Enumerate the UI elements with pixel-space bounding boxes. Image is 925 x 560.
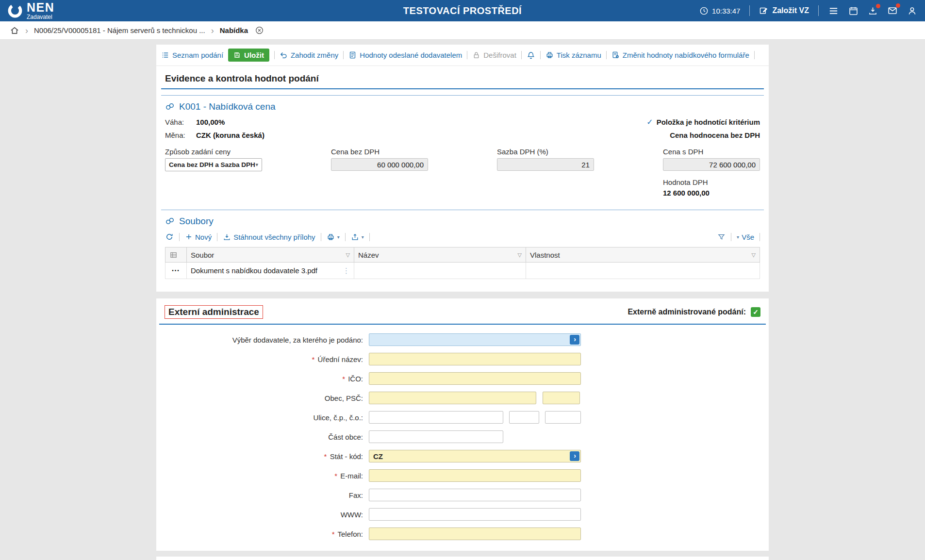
form-row-district: Část obce:: [156, 430, 769, 443]
divider: [731, 233, 731, 241]
country-input[interactable]: [369, 450, 581, 462]
notifications-button[interactable]: [527, 51, 535, 60]
download-all-button[interactable]: Stáhnout všechny přílohy: [223, 233, 315, 241]
filter-button[interactable]: [717, 233, 726, 241]
home-button[interactable]: [10, 26, 19, 35]
menu-button[interactable]: [828, 5, 839, 16]
price-mode-select[interactable]: Cena bez DPH a Sazba DPH ▾: [165, 158, 262, 171]
column-header-vlastnost[interactable]: Vlastnost ▽: [526, 247, 760, 263]
ext-admin-checkbox[interactable]: ✓: [751, 307, 760, 317]
close-tab-button[interactable]: [255, 26, 264, 35]
view-all-button[interactable]: ▾ Vše: [737, 233, 754, 241]
list-icon: [161, 51, 169, 59]
email-input[interactable]: [369, 469, 581, 482]
panel-ext-admin: Externí administrace Externě administrov…: [156, 298, 769, 551]
street-label: Ulice, č.p., č.o.:: [156, 413, 369, 422]
export-button[interactable]: ▾: [351, 233, 364, 241]
row-menu-button[interactable]: •••: [165, 263, 187, 279]
vat-rate-input[interactable]: [497, 158, 594, 171]
change-form-values-button[interactable]: Změnit hodnoty nabídkového formuláře: [611, 51, 749, 59]
person-icon: [907, 6, 917, 16]
phone-input[interactable]: [369, 527, 581, 540]
cell-menu-icon[interactable]: ⋮: [343, 266, 350, 275]
new-file-button[interactable]: Nový: [185, 233, 212, 241]
country-label-text: Stát - kód:: [330, 452, 363, 461]
street-input[interactable]: [369, 411, 503, 424]
undo-icon: [280, 51, 288, 59]
zip-input[interactable]: [543, 392, 580, 404]
divider: [179, 233, 180, 241]
calendar-button[interactable]: [848, 6, 859, 16]
clock-time: 10:33:47: [712, 7, 740, 15]
form-row-street: Ulice, č.p., č.o.:: [156, 411, 769, 424]
price-gross-label: Cena s DPH: [663, 148, 760, 156]
column-header-nazev[interactable]: Název ▽: [354, 247, 526, 263]
command-toolbar: Seznam podání Uložit Zahod: [156, 45, 769, 66]
document-icon: [348, 51, 357, 59]
files-toolbar: Nový Stáhnout všechny přílohy: [161, 230, 764, 244]
www-label: WWW:: [156, 511, 369, 519]
form-row-official-name: * Úřední název:: [156, 353, 769, 365]
messages-button[interactable]: [887, 5, 898, 16]
discard-changes-button[interactable]: Zahodit změny: [280, 51, 338, 59]
check-icon: ✓: [646, 117, 653, 127]
section-k001: K001 - Nabídková cena Váha: 100,00% ✓ Po…: [161, 95, 764, 197]
files-header-row: Soubor ▽ Název ▽: [165, 247, 760, 263]
create-vz-label: Založit VZ: [772, 6, 809, 15]
column-filter-icon[interactable]: ▽: [346, 252, 350, 258]
fax-input[interactable]: [369, 489, 581, 501]
nen-home-link[interactable]: NEN Zadavatel: [8, 1, 54, 20]
supplier-picker-input[interactable]: [369, 333, 581, 346]
criterion-note: ✓ Položka je hodnotící kritérium: [646, 117, 760, 127]
file-name-cell: Dokument s nabídkou dodavatele 3.pdf ⋮: [187, 263, 354, 279]
official-name-input[interactable]: [369, 353, 581, 365]
divider: [749, 5, 750, 16]
www-label-text: WWW:: [341, 511, 363, 519]
ext-admin-header: Externí administrace Externě administrov…: [156, 298, 769, 324]
files-section-icon: [165, 216, 175, 226]
nen-logo-icon: [8, 3, 22, 18]
seznam-podani-button[interactable]: Seznam podání: [161, 51, 223, 59]
column-filter-icon[interactable]: ▽: [752, 252, 756, 258]
view-all-label: Vše: [742, 233, 754, 241]
supplier-picker-field: ›: [369, 333, 581, 346]
breadcrumb-item-current: Nabídka: [220, 26, 248, 34]
notification-badge: [876, 4, 880, 8]
orientation-number-input[interactable]: [545, 411, 581, 424]
price-gross-input[interactable]: [663, 158, 760, 171]
country-picker-open-button[interactable]: ›: [570, 451, 579, 461]
k001-heading: K001 - Nabídková cena: [161, 96, 764, 115]
select-column-header[interactable]: [165, 247, 187, 263]
breadcrumb-item-procurement[interactable]: N006/25/V00005181 - Nájem serverů s tech…: [34, 26, 205, 34]
price-net-input[interactable]: [331, 158, 428, 171]
ico-input[interactable]: [369, 372, 581, 385]
save-icon: [233, 51, 241, 59]
column-header-soubor[interactable]: Soubor ▽: [187, 247, 354, 263]
chevron-right-icon: ›: [574, 336, 576, 343]
price-mode-label: Způsob zadání ceny: [165, 148, 331, 156]
profile-button[interactable]: [907, 6, 917, 16]
house-number-input[interactable]: [509, 411, 539, 424]
city-input[interactable]: [369, 392, 536, 404]
files-table: Soubor ▽ Název ▽: [165, 247, 760, 279]
notification-badge: [896, 3, 900, 8]
supplier-values-button[interactable]: Hodnoty odeslané dodavatelem: [348, 51, 462, 59]
currency-note: Cena hodnocena bez DPH: [670, 131, 760, 139]
app-screen: NEN Zadavatel TESTOVACÍ PROSTŘEDÍ 10:33:…: [0, 0, 925, 560]
clock-icon: [699, 6, 709, 16]
divider: [217, 233, 217, 241]
www-input[interactable]: [369, 508, 581, 521]
print-record-button[interactable]: Tisk záznamu: [545, 51, 601, 59]
file-row[interactable]: ••• Dokument s nabídkou dodavatele 3.pdf…: [165, 263, 760, 279]
downloads-button[interactable]: [868, 6, 878, 16]
save-label: Uložit: [244, 51, 264, 59]
save-button[interactable]: Uložit: [228, 49, 269, 62]
refresh-button[interactable]: [165, 232, 174, 241]
files-title: Soubory: [179, 216, 214, 227]
spacer: [161, 279, 764, 292]
supplier-picker-open-button[interactable]: ›: [570, 335, 579, 345]
district-input[interactable]: [369, 430, 503, 443]
create-vz-button[interactable]: Založit VZ: [759, 6, 809, 16]
column-filter-icon[interactable]: ▽: [518, 252, 522, 258]
print-list-button[interactable]: ▾: [327, 233, 340, 241]
